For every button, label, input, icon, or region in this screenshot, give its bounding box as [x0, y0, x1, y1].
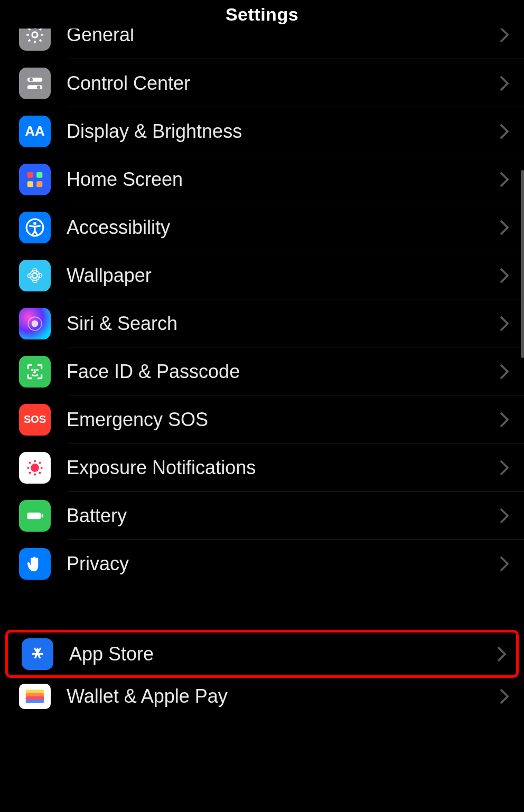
- row-label: Accessibility: [67, 216, 500, 239]
- aa-glyph: AA: [25, 123, 45, 139]
- row-label: Siri & Search: [67, 313, 500, 335]
- accessibility-icon: [19, 212, 51, 243]
- settings-row-accessibility[interactable]: Accessibility: [0, 203, 524, 251]
- svg-rect-6: [36, 172, 42, 177]
- row-label: App Store: [69, 643, 497, 665]
- svg-rect-30: [27, 512, 41, 519]
- svg-point-28: [29, 471, 31, 474]
- row-label: Wallet & Apple Pay: [67, 685, 500, 707]
- siri-icon: [19, 308, 51, 339]
- settings-row-privacy[interactable]: Privacy: [0, 540, 524, 588]
- svg-point-21: [31, 464, 39, 472]
- settings-row-face-id[interactable]: Face ID & Passcode: [0, 347, 524, 395]
- chevron-right-icon: [500, 412, 509, 428]
- header-bar: Settings: [0, 0, 524, 29]
- row-label: General: [67, 29, 500, 46]
- settings-list: General Control Center AA Display & Brig…: [0, 29, 524, 715]
- settings-row-exposure-notifications[interactable]: Exposure Notifications: [0, 443, 524, 492]
- chevron-right-icon: [500, 75, 509, 91]
- row-label: Privacy: [67, 553, 500, 575]
- svg-point-18: [32, 320, 39, 327]
- face-id-icon: [19, 356, 51, 388]
- svg-point-24: [27, 466, 29, 468]
- settings-row-control-center[interactable]: Control Center: [0, 59, 524, 107]
- chevron-right-icon: [497, 646, 507, 662]
- privacy-hand-icon: [19, 548, 51, 580]
- svg-rect-5: [27, 172, 33, 177]
- app-store-icon: [22, 638, 53, 670]
- svg-point-19: [32, 370, 33, 371]
- chevron-right-icon: [500, 316, 509, 332]
- row-label: Wallpaper: [67, 265, 500, 287]
- chevron-right-icon: [500, 508, 509, 524]
- gear-icon: [19, 29, 51, 51]
- sos-icon: SOS: [19, 404, 51, 436]
- svg-rect-7: [27, 181, 33, 187]
- page-title: Settings: [226, 4, 298, 25]
- settings-row-wallet-apple-pay[interactable]: Wallet & Apple Pay: [0, 678, 524, 715]
- row-label: Control Center: [67, 72, 500, 95]
- chevron-right-icon: [500, 688, 509, 704]
- row-label: Home Screen: [67, 168, 500, 191]
- chevron-right-icon: [500, 29, 509, 43]
- settings-row-emergency-sos[interactable]: SOS Emergency SOS: [0, 395, 524, 443]
- settings-row-battery[interactable]: Battery: [0, 492, 524, 540]
- battery-icon: [19, 500, 51, 532]
- settings-row-wallpaper[interactable]: Wallpaper: [0, 251, 524, 299]
- svg-point-4: [37, 85, 40, 88]
- toggles-icon: [19, 68, 51, 99]
- sos-glyph: SOS: [24, 413, 46, 426]
- chevron-right-icon: [500, 364, 509, 380]
- svg-point-0: [32, 32, 38, 37]
- wallet-icon: [19, 684, 51, 709]
- row-label: Face ID & Passcode: [67, 361, 500, 383]
- row-label: Battery: [67, 505, 500, 527]
- chevron-right-icon: [500, 460, 509, 476]
- settings-row-siri-search[interactable]: Siri & Search: [0, 299, 524, 347]
- scrollbar-thumb[interactable]: [521, 170, 524, 358]
- svg-rect-31: [42, 514, 43, 517]
- row-label: Display & Brightness: [67, 120, 500, 143]
- chevron-right-icon: [500, 124, 509, 139]
- svg-point-20: [37, 370, 38, 371]
- row-label: Exposure Notifications: [67, 457, 500, 479]
- svg-point-10: [33, 222, 36, 225]
- settings-row-app-store[interactable]: App Store: [5, 630, 519, 678]
- svg-point-27: [39, 461, 41, 464]
- text-size-icon: AA: [19, 116, 51, 147]
- svg-rect-35: [26, 700, 44, 703]
- svg-point-2: [30, 78, 33, 81]
- home-screen-icon: [19, 164, 51, 195]
- chevron-right-icon: [500, 556, 509, 572]
- chevron-right-icon: [500, 268, 509, 284]
- svg-point-29: [39, 471, 41, 474]
- svg-point-26: [29, 461, 31, 464]
- chevron-right-icon: [500, 172, 509, 187]
- settings-row-general[interactable]: General: [0, 29, 524, 59]
- section-gap: [0, 588, 524, 630]
- svg-point-25: [41, 466, 43, 468]
- settings-row-display-brightness[interactable]: AA Display & Brightness: [0, 107, 524, 155]
- settings-row-home-screen[interactable]: Home Screen: [0, 155, 524, 203]
- svg-point-11: [32, 273, 38, 278]
- svg-point-22: [34, 460, 36, 462]
- svg-point-23: [34, 473, 36, 475]
- svg-rect-8: [36, 181, 42, 187]
- chevron-right-icon: [500, 220, 509, 235]
- row-label: Emergency SOS: [67, 409, 500, 431]
- svg-point-12: [30, 270, 40, 280]
- wallpaper-icon: [19, 260, 51, 291]
- exposure-icon: [19, 452, 51, 484]
